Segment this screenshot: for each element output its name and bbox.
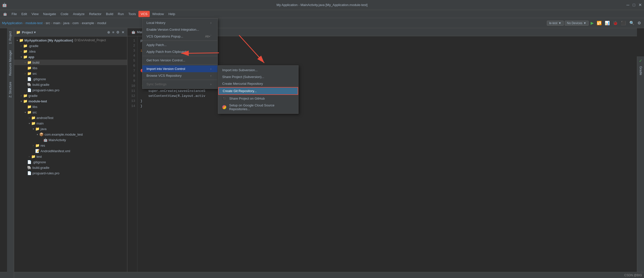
menu-edit[interactable]: Edit — [19, 11, 29, 17]
breadcrumb-src[interactable]: src — [46, 21, 50, 25]
tree-gitignore-module[interactable]: 📄 .gitignore — [14, 159, 127, 165]
status-right: CSDN @BIG — [624, 273, 642, 277]
breadcrumb-myapplication[interactable]: MyApplication — [2, 21, 22, 25]
tree-package[interactable]: ▾ 📦 com.example.module_test — [14, 132, 127, 137]
profile-button[interactable]: 📊 — [604, 20, 611, 26]
breadcrumb-module-test[interactable]: module-test — [25, 21, 43, 25]
debug-button[interactable]: 🔁 — [596, 20, 603, 26]
submenu-share-svn[interactable]: Share Project (Subversion)... — [218, 73, 298, 80]
panel-collapse-btn[interactable]: ≡ — [112, 30, 115, 35]
tree-label-res: res — [41, 144, 45, 147]
tree-res[interactable]: › 📁 res — [14, 143, 127, 148]
tree-manifest[interactable]: 📝 AndroidManifest.xml — [14, 148, 127, 154]
menu-enable-vcs[interactable]: Enable Version Control Integration... — [142, 26, 217, 33]
folder-icon-root: 📁 — [19, 38, 23, 42]
tree-test[interactable]: › 📁 test — [14, 154, 127, 159]
tree-libs-module[interactable]: 📁 libs — [14, 104, 127, 109]
submenu-import-svn[interactable]: Import into Subversion... — [218, 67, 298, 73]
panel-tools: ⊕ ≡ ⚙ ✕ — [107, 30, 125, 35]
menu-sync-settings[interactable]: Sync Settings › — [142, 81, 217, 88]
tree-module-test[interactable]: ▾ 📁 module-test — [14, 98, 127, 104]
tree-arrow-test: › — [27, 155, 31, 158]
close-button[interactable]: ✕ — [638, 3, 642, 7]
gradle-tab[interactable]: Gradle — [637, 63, 644, 78]
tree-buildgradle-module[interactable]: 🐘 build.gradle — [14, 165, 127, 170]
import-vcs-label: Import into Version Control — [146, 67, 185, 71]
menu-build[interactable]: Build — [104, 11, 115, 17]
vtab-project[interactable]: 1: Project — [7, 28, 14, 47]
tree-androidtest[interactable]: › 📁 androidTest — [14, 115, 127, 121]
tree-gitignore-app[interactable]: 📄 .gitignore — [14, 76, 127, 82]
vtab-structure[interactable]: Z: Structure — [7, 79, 14, 101]
menu-tools[interactable]: Tools — [126, 11, 138, 17]
title-bar-title: My Application - MainActivity.java [My_A… — [277, 3, 368, 7]
tree-label-buildgradle-module: build.gradle — [32, 166, 49, 170]
tree-label-src-app: src — [32, 72, 37, 75]
attach-button[interactable]: 🐞 — [612, 20, 619, 26]
minimize-button[interactable]: ─ — [626, 3, 630, 7]
breadcrumb-main[interactable]: main — [53, 21, 60, 25]
tree-proguard-module[interactable]: 📄 proguard-rules.pro — [14, 170, 127, 176]
run-config-dropdown[interactable]: le-test ▼ — [547, 21, 564, 26]
panel-locate-btn[interactable]: ⊕ — [107, 30, 111, 35]
tree-buildgradle-app[interactable]: 🐘 build.gradle — [14, 82, 127, 87]
menu-file[interactable]: File — [10, 11, 19, 17]
device-dropdown[interactable]: No Devices ▼ — [565, 21, 589, 26]
breadcrumb-java[interactable]: java — [63, 21, 69, 25]
menu-get-from-vcs[interactable]: Get from Version Control... — [142, 57, 217, 64]
tree-main[interactable]: ▾ 📁 main — [14, 121, 127, 126]
submenu-share-github[interactable]: ⚫ Share Project on GitHub — [218, 95, 298, 102]
submenu-create-git[interactable]: Create Git Repository... — [218, 87, 298, 95]
menu-apply-patch-clipboard[interactable]: Apply Patch from Clipboard... — [142, 48, 217, 55]
submenu-create-mercurial[interactable]: Create Mercurial Repository — [218, 80, 298, 87]
menu-browse-vcs[interactable]: Browse VCS Repository › — [142, 72, 217, 79]
menu-vcs-operations[interactable]: VCS Operations Popup... Alt+` — [142, 33, 217, 40]
tree-build[interactable]: › 📁 build — [14, 60, 127, 65]
search-button[interactable]: 🔍 — [628, 20, 635, 26]
panel-settings-btn[interactable]: ⚙ — [116, 30, 120, 35]
menu-run[interactable]: Run — [116, 11, 126, 17]
tree-src-app[interactable]: › 📁 src — [14, 71, 127, 76]
stop-button[interactable]: ⬛ — [620, 20, 627, 26]
sync-settings-label: Sync Settings — [146, 82, 167, 86]
submenu-setup-cloud[interactable]: G Setup on Google Cloud Source Repositor… — [218, 102, 298, 112]
tree-idea[interactable]: › 📁 .idea — [14, 49, 127, 54]
menu-refactor[interactable]: Refactor — [87, 11, 103, 17]
tree-label-app: app — [28, 55, 34, 59]
panel-hide-btn[interactable]: ✕ — [121, 30, 125, 35]
apply-patch-clipboard-label: Apply Patch from Clipboard... — [146, 50, 189, 54]
sep5: › — [70, 21, 71, 25]
menu-android-icon[interactable]: 🤖 — [1, 11, 9, 17]
settings-button[interactable]: ⚙ — [636, 20, 642, 26]
run-button[interactable]: ▶ — [590, 20, 595, 26]
menu-window[interactable]: Window — [150, 11, 166, 17]
tree-label-gitignore-module: .gitignore — [32, 160, 46, 164]
breadcrumb-modul[interactable]: modul — [97, 21, 106, 25]
folder-icon: 📁 — [16, 30, 20, 34]
tree-libs-app[interactable]: 📁 libs — [14, 65, 127, 71]
tree-java[interactable]: ▾ 📁 java — [14, 126, 127, 132]
menu-apply-patch[interactable]: Apply Patch... — [142, 42, 217, 48]
menu-import-vcs[interactable]: Import into Version Control › Import int… — [142, 65, 217, 72]
menu-navigate[interactable]: Navigate — [41, 11, 58, 17]
menu-view[interactable]: View — [29, 11, 41, 17]
menu-analyze[interactable]: Analyze — [71, 11, 87, 17]
tree-mainactivity[interactable]: 🤖 MainActivity — [14, 137, 127, 143]
menu-code[interactable]: Code — [59, 11, 70, 17]
menu-local-history[interactable]: Local History › — [142, 19, 217, 26]
maximize-button[interactable]: □ — [632, 3, 636, 7]
breadcrumb-com[interactable]: com — [72, 21, 79, 25]
gradle-icon-build: 🐘 — [27, 83, 31, 87]
tree-label-build: build — [32, 61, 39, 64]
tree-gradle-hidden[interactable]: › 📁 .gradle — [14, 43, 127, 49]
sep1: › — [23, 21, 24, 25]
menu-vcs[interactable]: VCS — [138, 11, 150, 17]
tree-src-module[interactable]: ▾ 📁 src — [14, 109, 127, 115]
vtab-resource-manager[interactable]: Resource Manager — [7, 47, 14, 79]
tree-app[interactable]: ▾ 📁 app — [14, 54, 127, 60]
menu-help[interactable]: Help — [166, 11, 177, 17]
tree-gradle[interactable]: › 📁 gradle — [14, 93, 127, 98]
breadcrumb-example[interactable]: example — [82, 21, 94, 25]
tree-root[interactable]: ▾ 📁 MyApplication [My Application] D:\En… — [14, 37, 127, 43]
tree-proguard-app[interactable]: 📄 proguard-rules.pro — [14, 87, 127, 93]
